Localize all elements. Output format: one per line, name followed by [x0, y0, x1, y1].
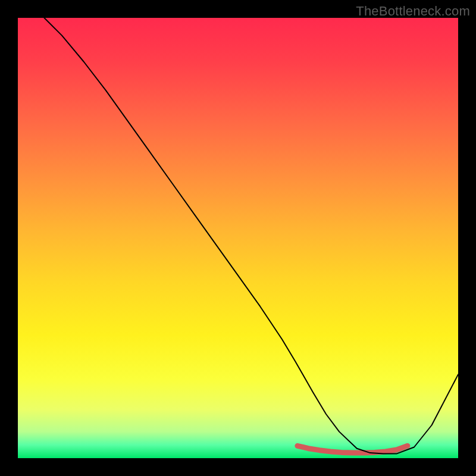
marker-band-path: [298, 446, 408, 453]
chart-frame: TheBottleneck.com: [0, 0, 476, 476]
watermark-text: TheBottleneck.com: [356, 4, 470, 19]
plot-area: [18, 18, 458, 458]
bottleneck-curve: [44, 18, 458, 454]
chart-svg: [18, 18, 458, 458]
